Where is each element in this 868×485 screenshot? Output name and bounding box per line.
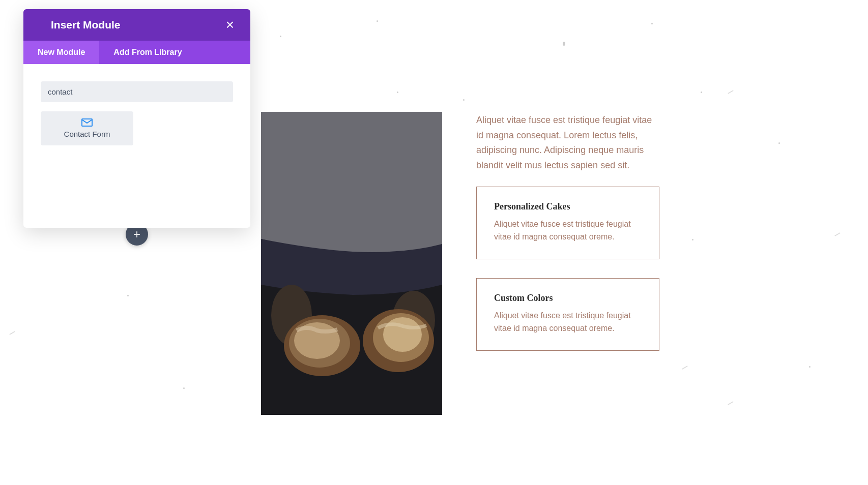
card-text: Aliquet vitae fusce est tristique feugia… — [494, 218, 642, 244]
card-title: Personalized Cakes — [494, 201, 642, 212]
modal-title: Insert Module — [51, 19, 121, 31]
tab-add-from-library[interactable]: Add From Library — [99, 41, 196, 64]
modal-tabs: New Module Add From Library — [23, 41, 250, 64]
module-label: Contact Form — [46, 130, 128, 138]
insert-module-modal: Insert Module × New Module Add From Libr… — [23, 9, 250, 228]
intro-text: Aliquet vitae fusce est tristique feugia… — [476, 113, 659, 173]
plus-icon: + — [133, 227, 140, 241]
modal-header: Insert Module × — [23, 9, 250, 41]
module-search-input[interactable] — [41, 81, 233, 102]
tab-new-module[interactable]: New Module — [23, 41, 99, 64]
svg-point-9 — [383, 317, 422, 352]
module-contact-form[interactable]: Contact Form — [41, 111, 133, 145]
envelope-icon — [46, 118, 128, 127]
module-grid: Contact Form — [41, 111, 233, 145]
modal-body: Contact Form — [23, 64, 250, 228]
card-title: Custom Colors — [494, 293, 642, 304]
feature-card-custom-colors: Custom Colors Aliquet vitae fusce est tr… — [476, 278, 659, 351]
content-image — [261, 112, 442, 415]
close-icon[interactable]: × — [222, 16, 238, 34]
card-text: Aliquet vitae fusce est tristique feugia… — [494, 310, 642, 335]
feature-card-personalized-cakes: Personalized Cakes Aliquet vitae fusce e… — [476, 187, 659, 259]
